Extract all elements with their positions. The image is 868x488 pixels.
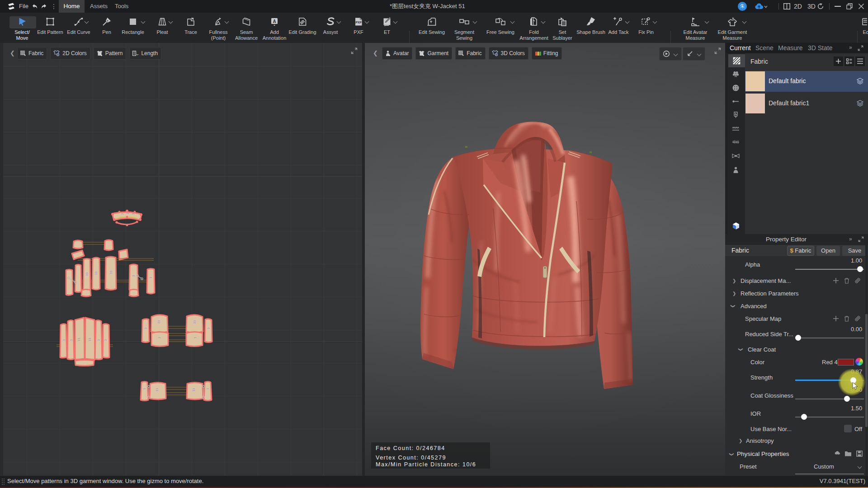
svg-text:PXF: PXF — [355, 21, 362, 24]
svg-text:A: A — [273, 19, 276, 24]
